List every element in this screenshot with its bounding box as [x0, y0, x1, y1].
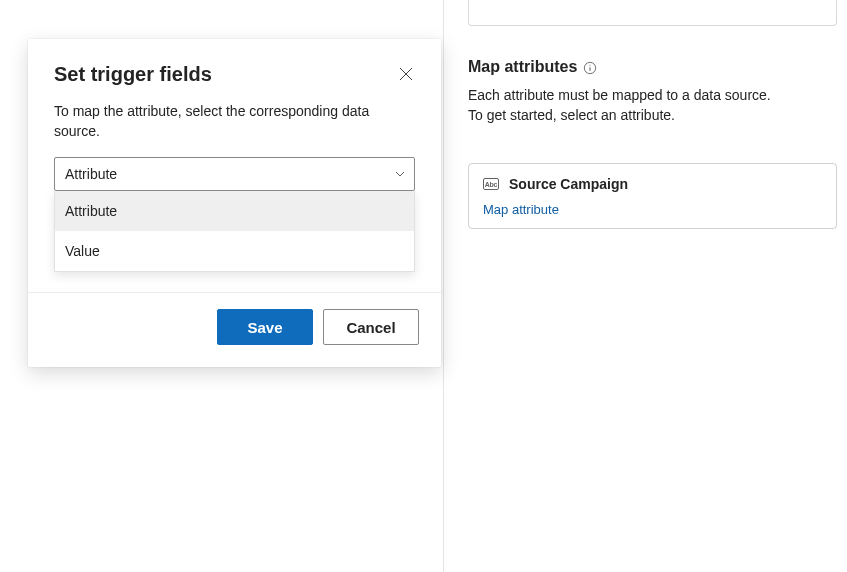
attribute-card[interactable]: Abc Source Campaign Map attribute [468, 163, 837, 229]
map-attributes-header: Map attributes [468, 58, 837, 76]
dialog-header: Set trigger fields [28, 39, 441, 86]
right-panel: Map attributes Each attribute must be ma… [468, 0, 837, 229]
dialog-description: To map the attribute, select the corresp… [28, 86, 441, 141]
dialog-footer: Save Cancel [28, 293, 441, 367]
map-attributes-description: Each attribute must be mapped to a data … [468, 86, 788, 125]
close-button[interactable] [397, 65, 415, 86]
map-attributes-title: Map attributes [468, 58, 577, 76]
map-attribute-link[interactable]: Map attribute [483, 202, 559, 217]
set-trigger-fields-dialog: Set trigger fields To map the attribute,… [28, 39, 441, 367]
svg-point-2 [590, 64, 591, 65]
cancel-button[interactable]: Cancel [323, 309, 419, 345]
attribute-name: Source Campaign [509, 176, 628, 192]
text-type-icon: Abc [483, 178, 499, 190]
previous-card-edge [468, 0, 837, 26]
dropdown-option-attribute[interactable]: Attribute [55, 191, 414, 231]
data-source-dropdown[interactable]: Attribute [54, 157, 415, 191]
dialog-title: Set trigger fields [54, 63, 212, 86]
save-button[interactable]: Save [217, 309, 313, 345]
dropdown-option-value[interactable]: Value [55, 231, 414, 271]
attribute-card-header: Abc Source Campaign [483, 176, 822, 192]
dropdown-wrapper: Attribute Attribute Value [28, 141, 441, 272]
vertical-divider [443, 0, 444, 572]
close-icon [399, 67, 413, 84]
dropdown-list: Attribute Value [54, 191, 415, 272]
info-icon[interactable] [583, 61, 597, 75]
chevron-down-icon [394, 168, 406, 180]
dropdown-selected-value: Attribute [65, 166, 117, 182]
